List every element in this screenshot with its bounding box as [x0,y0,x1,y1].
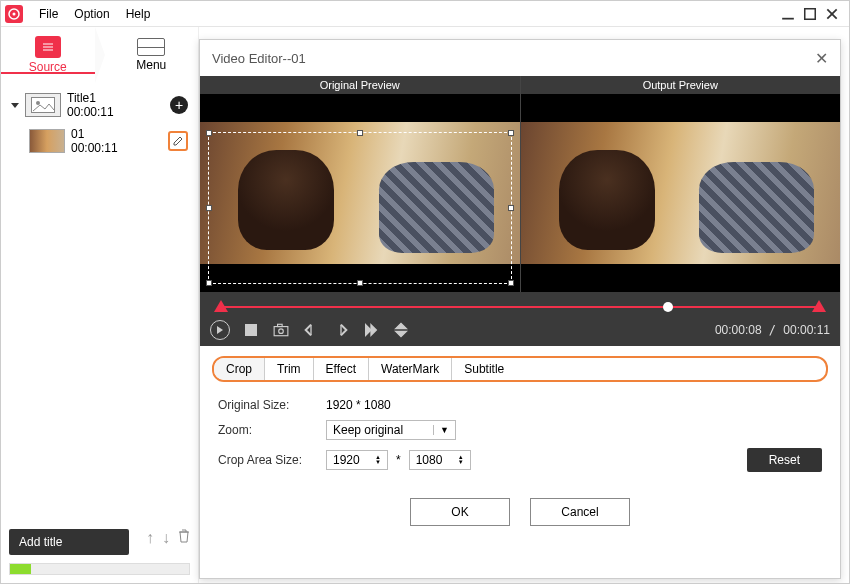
window-controls [781,7,845,21]
step-forward-button[interactable] [362,321,380,339]
svg-rect-14 [274,327,288,336]
zoom-dropdown[interactable]: Keep original ▼ [326,420,456,440]
output-preview: Output Preview [521,76,841,292]
tree-clip-row[interactable]: 01 00:00:11 [9,123,190,159]
play-button[interactable] [210,320,230,340]
title-text-group: Title1 00:00:11 [67,91,114,119]
add-title-button[interactable]: Add title [9,529,129,555]
maximize-icon[interactable] [803,7,817,21]
svg-marker-12 [217,326,223,334]
menu-file[interactable]: File [31,7,66,21]
expand-icon[interactable] [11,103,19,108]
clip-text-group: 01 00:00:11 [71,127,118,155]
cancel-button[interactable]: Cancel [530,498,630,526]
svg-marker-21 [396,323,407,328]
svg-point-16 [279,329,284,334]
chevron-down-icon: ▼ [433,425,449,435]
add-icon[interactable]: + [170,96,188,114]
menu-icon [137,38,165,56]
reset-button[interactable]: Reset [747,448,822,472]
source-tree: Title1 00:00:11 + 01 00:00:11 [1,83,198,525]
crop-handle[interactable] [206,280,212,286]
zoom-label: Zoom: [218,423,318,437]
output-preview-label: Output Preview [521,76,841,94]
dialog-title: Video Editor--01 [212,51,306,66]
clip-name: 01 [71,127,118,141]
title-duration: 00:00:11 [67,105,114,119]
dialog-close-icon[interactable]: ✕ [815,49,828,68]
crop-width-spinner[interactable]: 1920 ▲▼ [326,450,388,470]
tab-menu[interactable]: Menu [105,38,199,72]
tab-effect[interactable]: Effect [314,358,369,380]
close-icon[interactable] [825,7,839,21]
move-up-icon[interactable]: ↑ [146,529,154,547]
source-icon [35,36,61,58]
original-image [200,122,520,265]
crop-handle[interactable] [357,280,363,286]
clip-duration: 00:00:11 [71,141,118,155]
original-preview-label: Original Preview [200,76,520,94]
edit-clip-button[interactable] [168,131,188,151]
rotate-left-button[interactable] [302,321,320,339]
spinner-arrows[interactable]: ▲▼ [375,455,381,465]
spinner-arrows[interactable]: ▲▼ [458,455,464,465]
tab-crop[interactable]: Crop [214,358,265,380]
tab-source-label: Source [29,60,67,74]
tab-source[interactable]: Source [1,36,95,74]
dialog-buttons: OK Cancel [200,488,840,538]
svg-rect-10 [32,98,55,113]
output-preview-body [521,94,841,292]
tab-subtitle[interactable]: Subtitle [452,358,516,380]
progress-bar [9,563,190,575]
trim-end-handle[interactable] [812,300,826,312]
ok-button[interactable]: OK [410,498,510,526]
svg-rect-13 [246,325,257,336]
tab-trim[interactable]: Trim [265,358,314,380]
tab-watermark[interactable]: WaterMark [369,358,452,380]
svg-marker-19 [366,325,371,336]
preview-row: Original Preview [200,76,840,292]
crop-area-label: Crop Area Size: [218,453,318,467]
move-down-icon[interactable]: ↓ [162,529,170,547]
flip-button[interactable] [392,321,410,339]
title-name: Title1 [67,91,114,105]
menu-help[interactable]: Help [118,7,159,21]
crop-size-separator: * [396,453,401,467]
output-image [521,122,841,265]
tree-title-row[interactable]: Title1 00:00:11 + [9,87,190,123]
sidebar-footer: Add title ↑ ↓ [1,525,198,583]
stop-button[interactable] [242,321,260,339]
playhead[interactable] [663,302,673,312]
original-preview: Original Preview [200,76,521,292]
delete-icon[interactable] [178,529,190,547]
timeline-track[interactable] [210,300,830,314]
svg-point-1 [13,12,16,15]
crop-form: Original Size: 1920 * 1080 Zoom: Keep or… [200,382,840,488]
dialog-header: Video Editor--01 ✕ [200,40,840,76]
timecode: 00:00:08 / 00:00:11 [715,323,830,337]
clip-thumbnail [29,129,65,153]
app-icon [5,5,23,23]
trim-start-handle[interactable] [214,300,228,312]
svg-point-11 [36,101,40,105]
crop-height-spinner[interactable]: 1080 ▲▼ [409,450,471,470]
minimize-icon[interactable] [781,7,795,21]
original-size-value: 1920 * 1080 [326,398,391,412]
playback-controls: 00:00:08 / 00:00:11 [200,292,840,346]
svg-marker-20 [371,325,376,336]
crop-handle[interactable] [508,280,514,286]
svg-rect-15 [278,324,283,326]
sidebar: Source Menu Title1 00:00:11 + [1,27,199,583]
snapshot-button[interactable] [272,321,290,339]
svg-rect-3 [805,8,816,19]
original-preview-body[interactable] [200,94,520,292]
svg-marker-22 [396,331,407,336]
menu-option[interactable]: Option [66,7,117,21]
zoom-value: Keep original [333,423,403,437]
rotate-right-button[interactable] [332,321,350,339]
original-size-label: Original Size: [218,398,318,412]
title-bar: File Option Help [1,1,849,27]
video-editor-dialog: Video Editor--01 ✕ Original Preview [199,39,841,579]
tab-divider [95,27,105,83]
title-thumbnail [25,93,61,117]
